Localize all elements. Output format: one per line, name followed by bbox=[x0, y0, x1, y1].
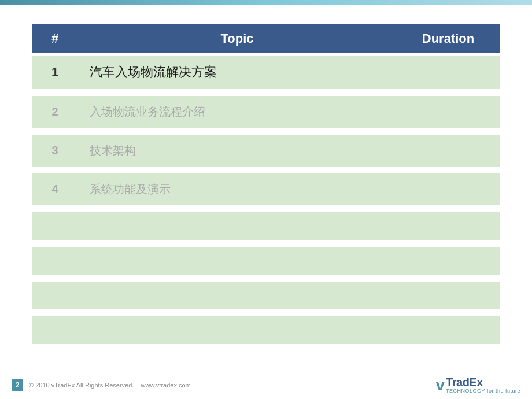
row-topic bbox=[78, 247, 396, 275]
logo-text-block: TradEx TECHNOLOGY for the future bbox=[446, 376, 520, 394]
table-header-row: # Topic Duration bbox=[32, 24, 500, 53]
row-duration bbox=[396, 282, 500, 309]
logo-v-letter: v bbox=[436, 377, 445, 393]
row-topic bbox=[78, 316, 396, 344]
row-number bbox=[32, 316, 78, 344]
table-row bbox=[32, 212, 500, 240]
header-duration: Duration bbox=[396, 24, 500, 53]
table-row: 1汽车入场物流解决方案 bbox=[32, 56, 500, 89]
logo-tradex: TradEx bbox=[446, 376, 520, 389]
agenda-table: # Topic Duration 1汽车入场物流解决方案2入场物流业务流程介绍3… bbox=[32, 22, 500, 346]
table-row bbox=[32, 282, 500, 309]
footer-logo: v TradEx TECHNOLOGY for the future bbox=[436, 376, 520, 394]
table-row: 2入场物流业务流程介绍 bbox=[32, 96, 500, 128]
row-topic: 系统功能及演示 bbox=[78, 173, 396, 205]
row-number bbox=[32, 212, 78, 240]
row-number: 3 bbox=[32, 135, 78, 167]
row-topic: 技术架构 bbox=[78, 135, 396, 167]
table-row bbox=[32, 316, 500, 344]
top-accent-bar bbox=[0, 0, 532, 5]
row-duration bbox=[396, 56, 500, 89]
row-topic bbox=[78, 282, 396, 309]
page-number: 2 bbox=[12, 379, 23, 391]
row-duration bbox=[396, 247, 500, 275]
row-topic: 汽车入场物流解决方案 bbox=[78, 56, 396, 89]
row-duration bbox=[396, 316, 500, 344]
table-row: 3技术架构 bbox=[32, 135, 500, 167]
row-duration bbox=[396, 96, 500, 128]
slide: # Topic Duration 1汽车入场物流解决方案2入场物流业务流程介绍3… bbox=[0, 0, 532, 399]
row-duration bbox=[396, 135, 500, 167]
logo-tagline: TECHNOLOGY for the future bbox=[446, 389, 520, 394]
row-number bbox=[32, 247, 78, 275]
main-content: # Topic Duration 1汽车入场物流解决方案2入场物流业务流程介绍3… bbox=[0, 5, 532, 372]
copyright-text: © 2010 vTradEx All Rights Reserved. www.… bbox=[29, 382, 191, 389]
row-duration bbox=[396, 212, 500, 240]
row-number: 4 bbox=[32, 173, 78, 205]
header-topic: Topic bbox=[78, 24, 396, 53]
table-row: 4系统功能及演示 bbox=[32, 173, 500, 205]
footer-left: 2 © 2010 vTradEx All Rights Reserved. ww… bbox=[12, 379, 191, 391]
row-topic: 入场物流业务流程介绍 bbox=[78, 96, 396, 128]
row-number bbox=[32, 282, 78, 309]
row-number: 2 bbox=[32, 96, 78, 128]
row-topic bbox=[78, 212, 396, 240]
header-number: # bbox=[32, 24, 78, 53]
row-duration bbox=[396, 173, 500, 205]
table-row bbox=[32, 247, 500, 275]
row-number: 1 bbox=[32, 56, 78, 89]
footer: 2 © 2010 vTradEx All Rights Reserved. ww… bbox=[0, 372, 532, 399]
